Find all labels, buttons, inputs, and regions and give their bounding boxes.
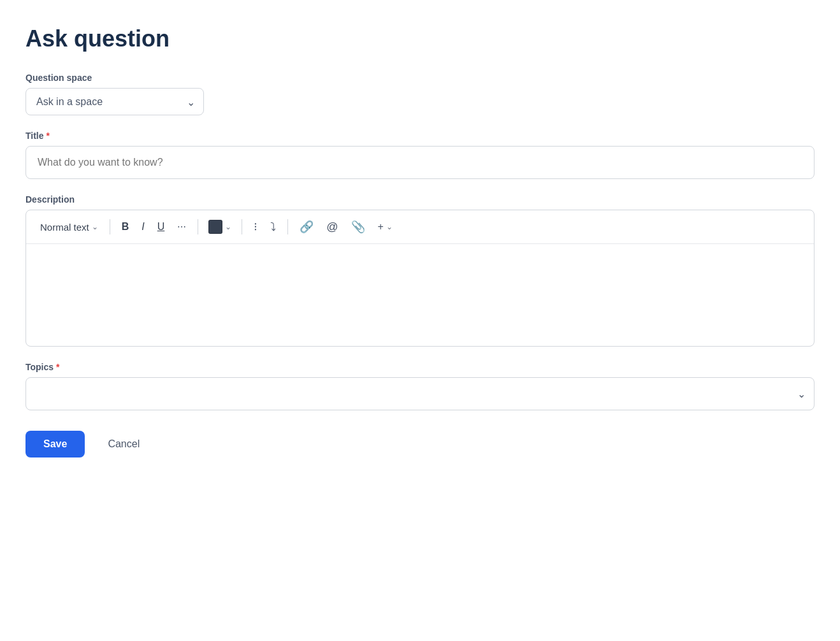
bold-button[interactable]: B <box>117 218 134 236</box>
numbered-list-icon: ⤵ <box>270 220 276 234</box>
description-editor: Normal text ⌄ B I U ⋯ <box>25 210 815 347</box>
color-swatch <box>208 220 222 234</box>
divider-3 <box>242 219 242 234</box>
more-format-icon: ⋯ <box>177 222 186 232</box>
color-chevron-icon: ⌄ <box>225 222 231 231</box>
italic-icon: I <box>141 221 144 233</box>
form-actions: Save Cancel <box>25 431 815 457</box>
title-section: Title * <box>25 131 815 179</box>
topics-required-star: * <box>56 362 59 372</box>
color-group: ⌄ <box>205 217 235 236</box>
color-button[interactable]: ⌄ <box>205 217 235 236</box>
plus-icon: + <box>378 221 384 233</box>
save-button[interactable]: Save <box>25 431 85 457</box>
mention-icon: @ <box>326 220 338 234</box>
topics-select-wrapper: ⌄ <box>25 377 815 410</box>
page-title: Ask question <box>25 25 815 52</box>
description-section: Description Normal text ⌄ B I U <box>25 194 815 347</box>
topics-select[interactable] <box>25 377 815 410</box>
title-input[interactable] <box>25 146 815 179</box>
more-format-button[interactable]: ⋯ <box>172 219 191 235</box>
link-icon: 🔗 <box>300 220 314 234</box>
insert-group: 🔗 @ 📎 + ⌄ <box>294 217 398 237</box>
cancel-button[interactable]: Cancel <box>95 431 152 457</box>
bullet-list-icon: ⁝ <box>254 220 257 234</box>
text-format-group: B I U ⋯ <box>117 218 192 236</box>
text-style-button[interactable]: Normal text ⌄ <box>35 219 103 236</box>
insert-plus-button[interactable]: + ⌄ <box>373 218 398 236</box>
title-label: Title * <box>25 131 815 141</box>
question-space-select[interactable]: Ask in a space <box>25 88 204 115</box>
numbered-list-button[interactable]: ⤵ <box>265 217 281 237</box>
attach-icon: 📎 <box>351 220 365 234</box>
topics-section: Topics * ⌄ <box>25 362 815 410</box>
underline-icon: U <box>157 221 165 233</box>
text-style-group: Normal text ⌄ <box>35 219 103 236</box>
question-space-label: Question space <box>25 73 815 83</box>
attach-button[interactable]: 📎 <box>346 217 370 237</box>
list-group: ⁝ ⤵ <box>249 217 281 237</box>
editor-toolbar: Normal text ⌄ B I U ⋯ <box>26 210 814 244</box>
italic-button[interactable]: I <box>136 218 149 236</box>
text-style-label: Normal text <box>40 222 89 233</box>
mention-button[interactable]: @ <box>321 217 343 237</box>
question-space-section: Question space Ask in a space ⌄ <box>25 73 815 115</box>
underline-button[interactable]: U <box>152 218 170 236</box>
divider-1 <box>110 219 110 234</box>
bullet-list-button[interactable]: ⁝ <box>249 217 263 237</box>
divider-4 <box>287 219 288 234</box>
description-label: Description <box>25 194 815 205</box>
description-content-area[interactable] <box>26 244 814 346</box>
text-style-chevron-icon: ⌄ <box>92 222 98 231</box>
plus-chevron-icon: ⌄ <box>386 222 393 231</box>
required-star: * <box>47 131 50 141</box>
link-button[interactable]: 🔗 <box>294 217 319 237</box>
divider-2 <box>198 219 198 234</box>
question-space-wrapper: Ask in a space ⌄ <box>25 88 204 115</box>
topics-label: Topics * <box>25 362 815 372</box>
bold-icon: B <box>122 221 129 233</box>
